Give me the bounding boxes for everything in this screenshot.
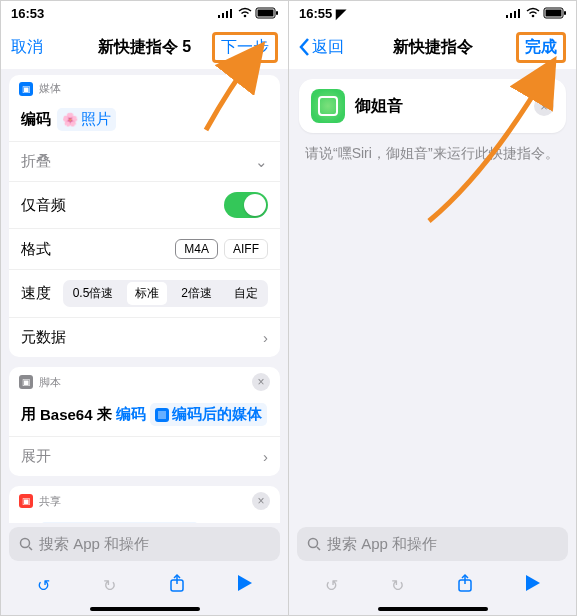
signal-icon — [506, 8, 522, 18]
page-title: 新快捷指令 — [393, 37, 473, 58]
svg-line-24 — [317, 547, 320, 550]
svg-point-9 — [21, 539, 30, 548]
play-button[interactable] — [238, 575, 252, 595]
format-row: 格式 M4A AIFF — [9, 228, 280, 269]
battery-icon — [256, 8, 278, 19]
toolbar: ↺ ↻ — [289, 563, 576, 607]
svg-rect-15 — [506, 15, 508, 18]
svg-rect-6 — [258, 9, 274, 16]
svg-rect-1 — [222, 13, 224, 18]
svg-marker-27 — [526, 575, 540, 591]
svg-rect-8 — [158, 411, 166, 419]
right-panel: 16:55 ◤ 返回 新快捷指令 完成 御姐音 × 请说“嘿Siri，御姐音”来… — [288, 1, 576, 615]
speed-row: 速度 0.5倍速 标准 2倍速 自定 — [9, 269, 280, 317]
svg-point-19 — [532, 15, 535, 18]
share-button[interactable] — [169, 574, 185, 596]
search-placeholder: 搜索 App 和操作 — [39, 535, 149, 554]
search-input[interactable]: 搜索 App 和操作 — [297, 527, 568, 561]
svg-rect-17 — [514, 11, 516, 18]
encode-label: 编码 — [21, 110, 51, 129]
fold-row[interactable]: 折叠 ⌄ — [9, 141, 280, 181]
done-button[interactable]: 完成 — [516, 32, 566, 63]
svg-rect-0 — [218, 15, 220, 18]
svg-point-4 — [244, 15, 247, 18]
shortcut-app-icon — [311, 89, 345, 123]
close-icon[interactable]: × — [252, 373, 270, 391]
clear-icon[interactable]: × — [534, 96, 554, 116]
share-button[interactable] — [457, 574, 473, 596]
speed-opt-0[interactable]: 0.5倍速 — [65, 282, 122, 305]
chevron-left-icon — [299, 38, 310, 56]
media-token-icon — [155, 408, 169, 422]
status-time: 16:53 — [11, 6, 44, 21]
share-icon: ▣ — [19, 494, 33, 508]
svg-rect-3 — [230, 9, 232, 18]
status-bar: 16:53 — [1, 1, 288, 25]
svg-line-10 — [29, 547, 32, 550]
media-action-card: ▣ 媒体 编码 🌸照片 折叠 ⌄ 仅音频 — [9, 75, 280, 357]
chevron-right-icon: › — [263, 448, 268, 465]
card-head-label: 媒体 — [39, 81, 61, 96]
navbar: 取消 新快捷指令 5 下一步 — [1, 25, 288, 69]
encoded-media-token[interactable]: 编码后的媒体 — [150, 403, 267, 426]
next-button[interactable]: 下一步 — [212, 32, 278, 63]
content-area: 御姐音 × 请说“嘿Siri，御姐音”来运行此快捷指令。 — [289, 69, 576, 523]
shortcut-name-row[interactable]: 御姐音 × — [299, 79, 566, 133]
metadata-row[interactable]: 元数据 › — [9, 317, 280, 357]
home-indicator — [90, 607, 200, 611]
svg-rect-21 — [546, 9, 562, 16]
signal-icon — [218, 8, 234, 18]
status-time: 16:55 ◤ — [299, 6, 346, 21]
media-icon: ▣ — [19, 82, 33, 96]
shortcut-name: 御姐音 — [355, 96, 403, 117]
photos-token[interactable]: 🌸照片 — [57, 108, 116, 131]
card-head-label: 脚本 — [39, 375, 61, 390]
search-placeholder: 搜索 App 和操作 — [327, 535, 437, 554]
format-option-aiff[interactable]: AIFF — [224, 239, 268, 259]
redo-button[interactable]: ↻ — [103, 576, 116, 595]
undo-button[interactable]: ↺ — [325, 576, 338, 595]
status-indicators — [218, 8, 278, 19]
svg-rect-2 — [226, 11, 228, 18]
status-bar: 16:55 ◤ — [289, 1, 576, 25]
card-head-label: 共享 — [39, 494, 61, 509]
play-button[interactable] — [526, 575, 540, 595]
search-input[interactable]: 搜索 App 和操作 — [9, 527, 280, 561]
search-icon — [307, 537, 321, 551]
audio-only-toggle[interactable] — [224, 192, 268, 218]
page-title: 新快捷指令 5 — [98, 37, 191, 58]
content-area: ▣ 媒体 编码 🌸照片 折叠 ⌄ 仅音频 — [1, 69, 288, 523]
chevron-down-icon: ⌄ — [255, 153, 268, 171]
wifi-icon — [526, 8, 540, 18]
siri-hint: 请说“嘿Siri，御姐音”来运行此快捷指令。 — [289, 143, 576, 165]
audio-only-row: 仅音频 — [9, 181, 280, 228]
battery-icon — [544, 8, 566, 19]
wifi-icon — [238, 8, 252, 18]
search-icon — [19, 537, 33, 551]
svg-rect-16 — [510, 13, 512, 18]
speed-opt-2[interactable]: 2倍速 — [173, 282, 220, 305]
svg-rect-22 — [564, 11, 566, 15]
svg-rect-7 — [276, 11, 278, 15]
toolbar: ↺ ↻ — [1, 563, 288, 607]
encode-link[interactable]: 编码 — [116, 405, 146, 424]
status-indicators — [506, 8, 566, 19]
back-button[interactable]: 返回 — [299, 37, 344, 58]
redo-button[interactable]: ↻ — [391, 576, 404, 595]
format-option-m4a[interactable]: M4A — [175, 239, 218, 259]
speed-opt-3[interactable]: 自定 — [226, 282, 266, 305]
speed-opt-1[interactable]: 标准 — [127, 282, 167, 305]
script-action-card: ▣ 脚本 × 用 Base64 来 编码 编码后的媒体 展开 › — [9, 367, 280, 476]
chevron-right-icon: › — [263, 329, 268, 346]
script-icon: ▣ — [19, 375, 33, 389]
expand-row[interactable]: 展开 › — [9, 436, 280, 476]
left-panel: 16:53 取消 新快捷指令 5 下一步 ▣ 媒体 编码 — [1, 1, 288, 615]
svg-rect-18 — [518, 9, 520, 18]
share-action-card: ▣ 共享 × 将 Base64 已编码内容 拷贝至剪贴板 展开 › — [9, 486, 280, 523]
svg-point-23 — [309, 539, 318, 548]
navbar: 返回 新快捷指令 完成 — [289, 25, 576, 69]
home-indicator — [378, 607, 488, 611]
close-icon[interactable]: × — [252, 492, 270, 510]
undo-button[interactable]: ↺ — [37, 576, 50, 595]
cancel-button[interactable]: 取消 — [11, 37, 43, 58]
